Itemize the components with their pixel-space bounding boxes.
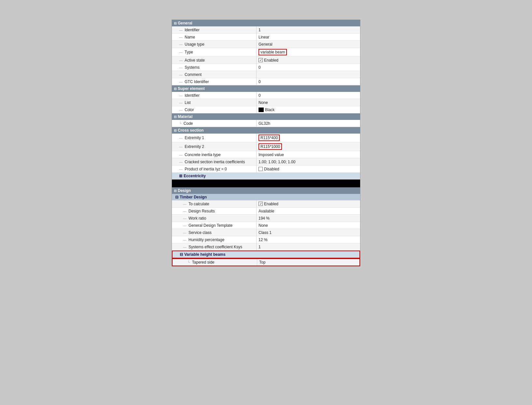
timber-design-header[interactable]: ⊟ Timber Design xyxy=(172,194,360,200)
label-ksys: — Systems effect coefficient Ksys xyxy=(172,243,257,250)
value-material-code: GL32h xyxy=(257,120,360,127)
value-se-color: Black xyxy=(257,106,360,113)
row-cracked-inertia: — Cracked section inertia coefficients 1… xyxy=(172,158,360,166)
row-gtc-identifier: — GTC Identifier 0 xyxy=(172,78,360,85)
checkbox-product-inertia[interactable] xyxy=(259,167,263,171)
row-product-inertia: — Product of inertia Iyz = 0 Disabled xyxy=(172,166,360,173)
general-section-label: General xyxy=(178,21,192,25)
value-se-identifier: 0 xyxy=(257,92,360,99)
super-element-section-label: Super element xyxy=(178,86,205,91)
label-service-class: — Service class xyxy=(172,229,257,236)
row-active-state: — Active state Enabled xyxy=(172,57,360,64)
value-extremity1[interactable]: R115*400 xyxy=(257,134,360,142)
design-section-label: Design xyxy=(178,188,191,193)
label-type: — Type xyxy=(172,48,257,56)
value-design-results: Available xyxy=(257,208,360,214)
row-systems: — Systems 0 xyxy=(172,64,360,71)
row-tapered-side: └ Tapered side Top xyxy=(172,258,360,266)
label-usage-type: — Usage type xyxy=(172,41,257,48)
collapse-icon-timber: ⊟ xyxy=(175,195,178,199)
row-name: — Name Linear xyxy=(172,34,360,41)
cross-section-label: Cross section xyxy=(178,128,203,133)
row-comment: — Comment xyxy=(172,71,360,78)
label-concrete-inertia: — Concrete inertia type xyxy=(172,151,257,158)
collapse-icon-general: ⊟ xyxy=(174,22,176,25)
extremity2-highlighted[interactable]: R115*1000 xyxy=(259,143,282,150)
label-humidity: — Humidity percentage xyxy=(172,236,257,243)
row-se-list: — List None xyxy=(172,99,360,106)
value-service-class: Class 1 xyxy=(257,229,360,236)
row-design-results: — Design Results Available xyxy=(172,208,360,215)
material-section-label: Material xyxy=(178,114,192,119)
type-value-highlighted[interactable]: variable beam xyxy=(259,49,287,55)
value-se-list: None xyxy=(257,99,360,106)
value-extremity2[interactable]: R115*1000 xyxy=(257,142,360,151)
row-usage-type: — Usage type General xyxy=(172,41,360,48)
color-swatch-black xyxy=(259,108,264,112)
collapse-icon-design: ⊟ xyxy=(174,189,176,193)
value-work-ratio: 194 % xyxy=(257,215,360,222)
label-systems: — Systems xyxy=(172,64,257,71)
value-cracked-inertia: 1.00; 1.00; 1.00; 1.00 xyxy=(257,158,360,165)
row-concrete-inertia: — Concrete inertia type Imposed value xyxy=(172,151,360,158)
value-active-state: Enabled xyxy=(257,57,360,64)
extremity1-highlighted[interactable]: R115*400 xyxy=(259,135,280,141)
value-general-design-template: None xyxy=(257,222,360,229)
value-identifier: 1 xyxy=(257,26,360,33)
eccentricity-label: Eccentricity xyxy=(184,174,206,178)
variable-height-beams-header[interactable]: ⊟ Variable height beams xyxy=(172,251,360,258)
collapse-icon-material: ⊟ xyxy=(174,115,176,119)
value-gtc-identifier: 0 xyxy=(257,78,360,85)
super-element-section-header[interactable]: ⊟ Super element xyxy=(172,85,360,92)
value-systems: 0 xyxy=(257,64,360,71)
eccentricity-header[interactable]: ⊞ Eccentricity xyxy=(172,173,360,180)
label-comment: — Comment xyxy=(172,71,257,78)
timber-design-label: Timber Design xyxy=(180,195,207,199)
row-se-color: — Color Black xyxy=(172,106,360,113)
label-se-color: — Color xyxy=(172,106,257,113)
general-section-header[interactable]: ⊟ General xyxy=(172,20,360,26)
row-service-class: — Service class Class 1 xyxy=(172,229,360,236)
label-name: — Name xyxy=(172,34,257,40)
row-type: — Type variable beam xyxy=(172,48,360,57)
cross-section-header[interactable]: ⊟ Cross section xyxy=(172,127,360,134)
checkbox-active-state[interactable] xyxy=(259,58,263,62)
row-general-design-template: — General Design Template None xyxy=(172,222,360,229)
collapse-icon-super-element: ⊟ xyxy=(174,87,176,91)
label-se-identifier: — Identifier xyxy=(172,92,257,99)
black-separator xyxy=(172,180,360,187)
label-design-results: — Design Results xyxy=(172,208,257,214)
label-product-inertia: — Product of inertia Iyz = 0 xyxy=(172,166,257,172)
label-se-list: — List xyxy=(172,99,257,106)
label-extremity2: — Extremity 2 xyxy=(172,142,257,151)
label-general-design-template: — General Design Template xyxy=(172,222,257,229)
collapse-icon-cross-section: ⊟ xyxy=(174,129,176,132)
row-identifier: — Identifier 1 xyxy=(172,26,360,34)
row-ksys: — Systems effect coefficient Ksys 1 xyxy=(172,243,360,251)
value-concrete-inertia: Imposed value xyxy=(257,151,360,158)
value-ksys: 1 xyxy=(257,243,360,250)
label-to-calculate: — To calculate xyxy=(172,200,257,207)
design-section-header[interactable]: ⊟ Design xyxy=(172,187,360,194)
label-material-code: └ Code xyxy=(172,120,257,127)
row-material-code: └ Code GL32h xyxy=(172,120,360,127)
value-tapered-side: Top xyxy=(257,259,359,266)
material-section-header[interactable]: ⊟ Material xyxy=(172,113,360,120)
label-active-state: — Active state xyxy=(172,57,257,64)
row-work-ratio: — Work ratio 194 % xyxy=(172,215,360,222)
value-product-inertia: Disabled xyxy=(257,166,360,172)
collapse-icon-variable-height: ⊟ xyxy=(180,252,183,257)
value-name: Linear xyxy=(257,34,360,40)
label-extremity1: — Extremity 1 xyxy=(172,134,257,142)
row-extremity1: — Extremity 1 R115*400 xyxy=(172,134,360,142)
row-humidity: — Humidity percentage 12 % xyxy=(172,236,360,243)
value-type[interactable]: variable beam xyxy=(257,48,360,56)
collapse-icon-eccentricity: ⊞ xyxy=(179,174,182,178)
value-humidity: 12 % xyxy=(257,236,360,243)
label-cracked-inertia: — Cracked section inertia coefficients xyxy=(172,158,257,165)
value-to-calculate: Enabled xyxy=(257,200,360,207)
label-gtc-identifier: — GTC Identifier xyxy=(172,78,257,85)
variable-height-label: Variable height beams xyxy=(184,252,226,257)
property-panel: ⊟ General — Identifier 1 — Name Linear —… xyxy=(172,20,360,267)
checkbox-to-calculate[interactable] xyxy=(259,202,263,206)
